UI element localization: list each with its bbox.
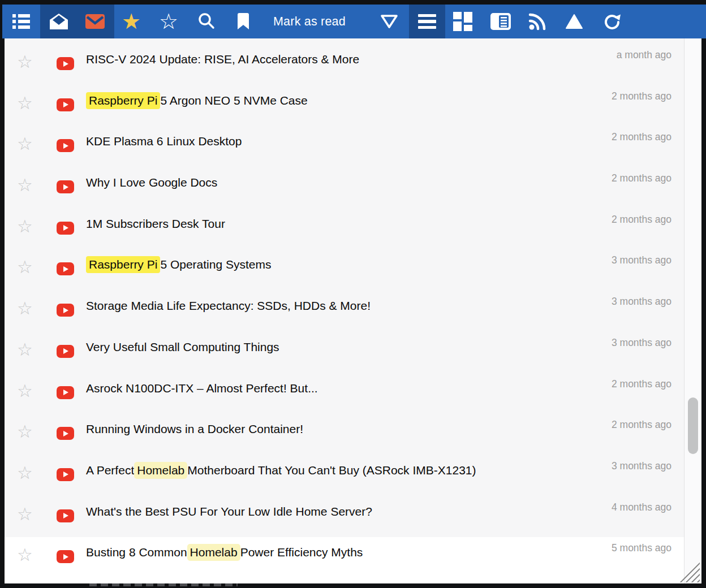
title-text: Storage Media Life Expectancy: SSDs, HDD… xyxy=(86,299,371,313)
star-toggle-icon[interactable]: ☆ xyxy=(17,341,33,358)
title-text: 1M Subscribers Desk Tour xyxy=(86,217,225,231)
scroll-top-button[interactable] xyxy=(562,5,587,38)
youtube-feed-icon xyxy=(57,222,74,235)
article-row[interactable]: ☆ Busting 8 Common Homelab Power Efficie… xyxy=(5,537,684,583)
article-title: RISC-V 2024 Update: RISE, AI Accelerator… xyxy=(86,50,359,68)
youtube-feed-icon xyxy=(57,509,74,522)
mark-as-read-button[interactable]: Mark as read xyxy=(273,5,346,38)
article-row[interactable]: ☆ RISC-V 2024 Update: RISE, AI Accelerat… xyxy=(5,44,684,85)
article-title: 1M Subscribers Desk Tour xyxy=(86,215,225,233)
article-row[interactable]: ☆ Raspberry Pi 5 Operating Systems 3 mon… xyxy=(5,249,684,291)
title-text: RISC-V 2024 Update: RISE, AI Accelerator… xyxy=(86,53,359,66)
article-time: 2 months ago xyxy=(612,419,671,431)
article-row[interactable]: ☆ A Perfect Homelab Motherboard That You… xyxy=(5,455,684,496)
youtube-feed-icon xyxy=(57,427,74,440)
article-time: 3 months ago xyxy=(612,460,671,472)
article-title: Why I Love Google Docs xyxy=(86,174,217,192)
star-toggle-icon[interactable]: ☆ xyxy=(17,546,33,564)
refresh-icon xyxy=(602,12,622,31)
triangle-up-icon xyxy=(565,14,583,29)
article-time: 2 months ago xyxy=(612,131,671,143)
youtube-feed-icon xyxy=(57,550,74,563)
article-time: 3 months ago xyxy=(612,337,671,349)
star-toggle-icon[interactable]: ☆ xyxy=(17,135,33,153)
article-time: 2 months ago xyxy=(612,214,671,226)
article-row[interactable]: ☆ Asrock N100DC-ITX – Almost Perfect! Bu… xyxy=(5,373,684,414)
open-mail-filter-button[interactable] xyxy=(46,5,71,38)
rss-button[interactable] xyxy=(525,5,550,38)
article-row[interactable]: ☆ What's the Best PSU For Your Low Idle … xyxy=(5,496,684,538)
bookmark-button[interactable] xyxy=(231,5,256,38)
refresh-button[interactable] xyxy=(600,5,625,38)
youtube-feed-icon xyxy=(57,57,74,70)
article-row[interactable]: ☆ Why I Love Google Docs 2 months ago xyxy=(5,167,684,209)
article-time: 2 months ago xyxy=(612,172,671,184)
star-toggle-icon[interactable]: ☆ xyxy=(17,464,33,482)
article-time: 5 months ago xyxy=(612,542,671,554)
subscriptions-list-button[interactable] xyxy=(8,5,33,38)
unread-filter-button[interactable] xyxy=(83,5,107,38)
starred-filter-button[interactable]: ★ xyxy=(119,5,144,38)
article-title: Running Windows in a Docker Container! xyxy=(86,420,303,438)
youtube-feed-icon xyxy=(57,304,74,317)
youtube-feed-icon xyxy=(57,139,74,152)
highlighted-text: Raspberry Pi xyxy=(86,256,160,273)
filter-dropdown-button[interactable] xyxy=(377,5,402,38)
youtube-feed-icon xyxy=(57,262,74,275)
layout-grid-button[interactable] xyxy=(450,5,475,38)
star-outline-button[interactable]: ☆ xyxy=(156,5,181,38)
highlighted-text: Raspberry Pi xyxy=(86,92,160,109)
title-text: Power Efficiency Myths xyxy=(240,546,363,559)
scrollbar-thumb[interactable] xyxy=(688,397,698,454)
scrollbar-track[interactable] xyxy=(685,38,701,583)
article-time: 3 months ago xyxy=(612,254,671,266)
article-title: Raspberry Pi 5 Argon NEO 5 NVMe Case xyxy=(86,92,308,110)
rss-icon xyxy=(528,12,546,31)
star-toggle-icon[interactable]: ☆ xyxy=(17,258,33,276)
article-row[interactable]: ☆ Storage Media Life Expectancy: SSDs, H… xyxy=(5,291,684,332)
title-text: Why I Love Google Docs xyxy=(86,176,217,189)
star-toggle-icon[interactable]: ☆ xyxy=(17,218,33,235)
article-row[interactable]: ☆ KDE Plasma 6 Linux Desktop 2 months ag… xyxy=(5,126,684,167)
star-toggle-icon[interactable]: ☆ xyxy=(17,382,33,400)
highlighted-text: Homelab xyxy=(134,462,187,479)
toolbar: ★ ☆ Mark as read xyxy=(2,5,706,38)
article-row[interactable]: ☆ Running Windows in a Docker Container!… xyxy=(5,414,684,455)
menu-button[interactable] xyxy=(415,5,440,38)
filled-star-icon: ★ xyxy=(122,11,141,32)
youtube-feed-icon xyxy=(57,98,74,111)
article-title: Storage Media Life Expectancy: SSDs, HDD… xyxy=(86,297,371,315)
outline-star-icon: ☆ xyxy=(159,11,178,32)
title-text: Asrock N100DC-ITX – Almost Perfect! But.… xyxy=(86,382,318,395)
title-text: 5 Argon NEO 5 NVMe Case xyxy=(160,94,307,107)
star-toggle-icon[interactable]: ☆ xyxy=(17,505,33,523)
title-text: A Perfect xyxy=(86,464,134,477)
article-row[interactable]: ☆ Very Useful Small Computing Things 3 m… xyxy=(5,332,684,373)
app-window: { "toolbar": { "mark_as_read_label": "Ma… xyxy=(0,0,706,588)
article-title: Asrock N100DC-ITX – Almost Perfect! But.… xyxy=(86,379,318,397)
article-time: a month ago xyxy=(617,49,671,61)
unread-envelope-icon xyxy=(85,14,105,29)
star-toggle-icon[interactable]: ☆ xyxy=(17,300,33,317)
article-time: 2 months ago xyxy=(612,378,671,390)
open-envelope-icon xyxy=(50,14,68,29)
article-time: 4 months ago xyxy=(612,501,671,513)
reader-view-button[interactable] xyxy=(488,5,513,38)
article-title: Very Useful Small Computing Things xyxy=(86,338,279,356)
star-toggle-icon[interactable]: ☆ xyxy=(17,176,33,194)
star-toggle-icon[interactable]: ☆ xyxy=(17,53,33,71)
youtube-feed-icon xyxy=(57,386,74,399)
article-title: A Perfect Homelab Motherboard That You C… xyxy=(86,461,476,479)
star-toggle-icon[interactable]: ☆ xyxy=(17,94,33,112)
star-toggle-icon[interactable]: ☆ xyxy=(17,423,33,440)
article-time: 2 months ago xyxy=(612,90,671,102)
article-row[interactable]: ☆ Raspberry Pi 5 Argon NEO 5 NVMe Case 2… xyxy=(5,85,684,127)
article-time: 3 months ago xyxy=(612,296,671,308)
bookmark-icon xyxy=(236,13,250,30)
youtube-feed-icon xyxy=(57,180,74,193)
title-text: Busting 8 Common xyxy=(86,546,187,559)
search-button[interactable] xyxy=(194,5,219,38)
title-text: Very Useful Small Computing Things xyxy=(86,340,279,354)
search-icon xyxy=(197,12,216,31)
article-row[interactable]: ☆ 1M Subscribers Desk Tour 2 months ago xyxy=(5,209,684,250)
